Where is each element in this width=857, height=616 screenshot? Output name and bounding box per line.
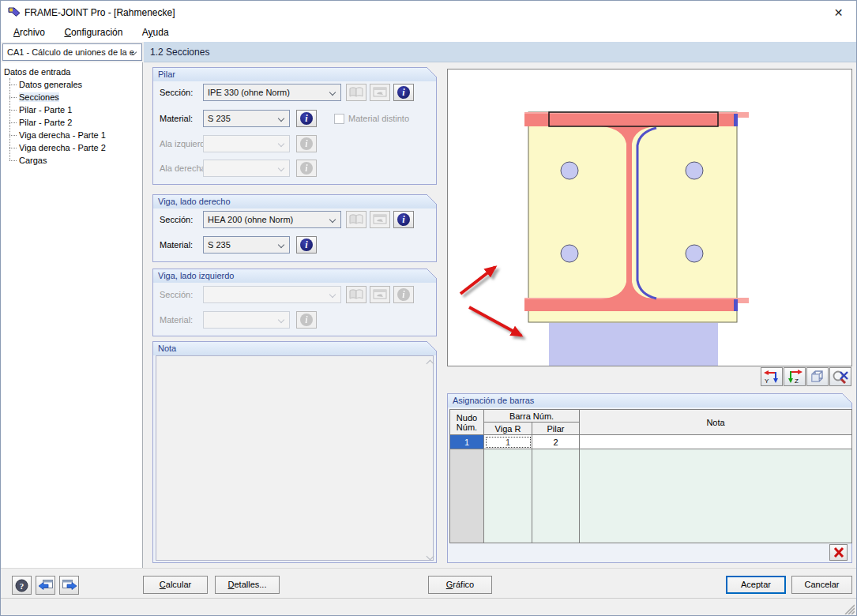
app-icon: [7, 6, 21, 20]
info-icon: i: [397, 213, 410, 226]
pilar-section-library-button: [346, 84, 366, 101]
group-pilar: Pilar Sección: IPE 330 (ohne Norm) i Mat…: [152, 67, 437, 185]
viga-der-material-label: Material:: [160, 236, 193, 254]
app-window: FRAME-JOINT Pro - [Rahmenecke] ✕ Archivo…: [0, 0, 857, 616]
graphic-panel: [447, 69, 852, 366]
menu-archivo[interactable]: Archivo: [6, 24, 53, 41]
group-corner: [427, 194, 437, 205]
group-pilar-title: Pilar: [153, 68, 436, 81]
cell-pilar[interactable]: 2: [532, 435, 580, 449]
view-in-y-button[interactable]: Y: [761, 367, 783, 386]
cancelar-button[interactable]: Cancelar: [791, 576, 852, 594]
menu-configuracion[interactable]: Configuración: [56, 24, 130, 41]
viga-izq-material-label: Material:: [160, 311, 193, 329]
chevron-down-icon: [329, 89, 336, 96]
pilar-seccion-combobox[interactable]: IPE 330 (ohne Norm): [203, 84, 341, 101]
group-corner: [427, 341, 437, 351]
chevron-down-icon: [278, 165, 284, 171]
info-icon: i: [300, 239, 313, 251]
viga-der-material-info-button[interactable]: i: [296, 236, 317, 254]
isometric-view-button[interactable]: [806, 367, 829, 386]
help-button[interactable]: ?: [12, 576, 32, 595]
scroll-up-icon[interactable]: [427, 359, 434, 366]
red-x-icon: [833, 547, 844, 558]
info-icon: i: [300, 314, 313, 326]
group-nota: Nota: [152, 341, 437, 563]
window-arrow-right-icon: [62, 579, 77, 592]
section-title: 1.2 Secciones: [150, 47, 209, 58]
info-icon: i: [300, 137, 313, 150]
column-top-flange: [524, 114, 735, 126]
group-asignacion-barras: Asignación de barras NudoNúm. Barra Núm.…: [447, 393, 852, 563]
detalles-button[interactable]: Detalles...: [215, 576, 280, 594]
group-asignacion-title: Asignación de barras: [448, 394, 851, 408]
axis-y-icon: Y: [763, 370, 780, 384]
material-distinto-label: Material distinto: [348, 110, 409, 127]
tree-item-cargas[interactable]: Cargas: [19, 154, 142, 167]
pilar-material-combobox[interactable]: S 235: [203, 110, 290, 127]
viga-izq-section-edit-button: [370, 286, 390, 303]
viga-der-seccion-label: Sección:: [160, 211, 193, 228]
case-selector-combobox[interactable]: CA1 - Cálculo de uniones de la e: [2, 43, 142, 61]
ala-izquierda-combobox: [203, 135, 290, 152]
view-in-z-button[interactable]: Z: [784, 367, 806, 386]
nota-textarea[interactable]: [156, 355, 434, 561]
chevron-down-icon: [278, 242, 284, 248]
menu-ayuda[interactable]: Ayuda: [134, 24, 177, 41]
col-header-nota: Nota: [580, 410, 852, 435]
section-properties-icon: [373, 87, 387, 98]
next-window-button[interactable]: [59, 576, 79, 595]
navigator-tree: Datos de entrada Datos generales Seccion…: [1, 62, 143, 568]
scroll-down-icon[interactable]: [427, 552, 434, 558]
group-corner: [427, 67, 437, 77]
pilar-material-info-button[interactable]: i: [296, 110, 317, 127]
col-header-pilar: Pilar: [532, 423, 580, 435]
ala-derecha-label: Ala derecha:: [160, 160, 209, 177]
tree-root-datos-de-entrada[interactable]: Datos de entrada: [4, 66, 142, 78]
close-button[interactable]: ✕: [821, 1, 856, 24]
tree-item-pilar-parte-1[interactable]: Pilar - Parte 1: [19, 103, 142, 116]
viga-der-section-info-button[interactable]: i: [393, 211, 414, 228]
tree-item-pilar-parte-2[interactable]: Pilar - Parte 2: [19, 116, 142, 129]
table-empty-area: [450, 449, 852, 543]
axis-z-icon: Z: [786, 370, 803, 384]
resize-grip[interactable]: [843, 603, 855, 614]
bolt: [686, 245, 703, 262]
group-nota-title: Nota: [153, 342, 436, 355]
pilar-section-info-button[interactable]: i: [393, 84, 414, 101]
delete-row-button[interactable]: [829, 544, 848, 561]
joint-drawing: [448, 69, 851, 366]
viga-izq-seccion-label: Sección:: [160, 286, 193, 303]
calcular-button[interactable]: Calcular: [143, 576, 208, 594]
grafico-button[interactable]: Gráfico: [428, 576, 492, 594]
window-arrow-left-icon: [38, 579, 54, 592]
tree-item-secciones[interactable]: Secciones: [19, 91, 142, 103]
tree-item-datos-generales[interactable]: Datos generales: [19, 78, 142, 91]
viga-der-section-edit-button: [370, 211, 390, 228]
viga-der-seccion-combobox[interactable]: HEA 200 (ohne Norm): [203, 211, 341, 228]
bar-assignment-table: NudoNúm. Barra Núm. Nota Viga R Pilar 1 …: [449, 409, 852, 543]
viga-der-section-library-button: [346, 211, 366, 228]
material-distinto-checkbox: [334, 114, 344, 124]
bolt: [561, 162, 578, 179]
svg-text:Y: Y: [765, 377, 769, 384]
col-header-viga-r: Viga R: [484, 423, 532, 435]
info-icon: i: [397, 86, 410, 99]
question-icon: ?: [15, 579, 28, 592]
tree-item-viga-derecha-parte-1[interactable]: Viga derecha - Parte 1: [19, 129, 142, 141]
cell-nota[interactable]: [580, 435, 852, 449]
viga-izq-material-info-button: i: [296, 311, 317, 329]
cell-nudo[interactable]: 1: [450, 435, 484, 449]
zoom-reset-button[interactable]: [829, 367, 851, 386]
pilar-section-edit-button: [370, 84, 390, 101]
ala-derecha-info-button: i: [296, 160, 317, 177]
previous-window-button[interactable]: [36, 576, 55, 595]
book-icon: [349, 289, 363, 300]
menu-bar: Archivo Configuración Ayuda: [1, 24, 856, 42]
book-icon: [349, 87, 363, 98]
cell-viga-r[interactable]: 1: [484, 435, 532, 449]
tree-item-viga-derecha-parte-2[interactable]: Viga derecha - Parte 2: [19, 141, 142, 154]
viga-der-material-combobox[interactable]: S 235: [203, 236, 290, 254]
book-icon: [349, 214, 363, 225]
aceptar-button[interactable]: Aceptar: [726, 576, 786, 594]
